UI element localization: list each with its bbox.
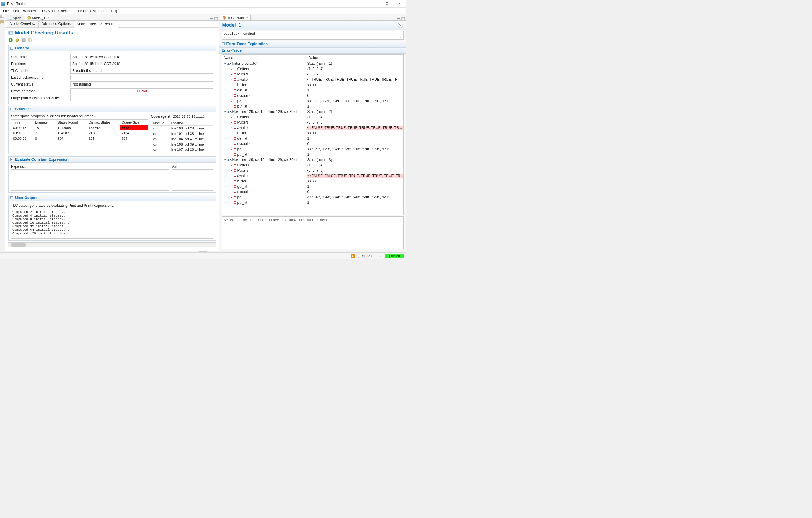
trace-var-row[interactable]: get_at1 — [222, 88, 403, 93]
trace-var-row[interactable]: ▸Putters{5, 6, 7, 8} — [222, 120, 403, 125]
help-icon[interactable]: ? — [398, 23, 403, 28]
close-button[interactable]: ✕ — [395, 1, 403, 7]
table-row[interactable]: xpline 104, col 41 to line — [151, 136, 213, 142]
trace-var-row[interactable]: get_at1 — [222, 136, 403, 141]
error-trace-table[interactable]: Name Value ▾<Initial predicate>State (nu… — [222, 54, 404, 215]
spec-explorer-icon[interactable] — [0, 20, 4, 24]
table-row[interactable]: 00:00:131819455981857428848 — [11, 125, 148, 130]
tab-tlc-errors[interactable]: ! TLC Errors ✕ — [220, 15, 251, 21]
chevron-right-icon[interactable]: ▸ — [230, 174, 233, 177]
section-statistics-header[interactable]: − Statistics — [9, 106, 216, 112]
table-row[interactable]: xpline 101, col 38 to line — [151, 131, 213, 136]
chevron-right-icon[interactable]: ▸ — [230, 164, 233, 167]
table-row[interactable]: 00:00:067134087215817134 — [11, 130, 148, 136]
minimize-view-icon[interactable] — [397, 17, 401, 21]
subtab-results[interactable]: Model Checking Results — [74, 21, 118, 28]
chevron-right-icon[interactable]: ▸ — [230, 67, 233, 71]
col-header[interactable]: States Found — [56, 120, 87, 125]
maximize-button[interactable]: ❐ — [383, 1, 390, 7]
section-evaluate-header[interactable]: − Evaluate Constant Expression — [9, 157, 216, 163]
collapse-icon[interactable]: − — [10, 196, 13, 199]
chevron-right-icon[interactable]: ▸ — [230, 78, 233, 81]
trace-var-row[interactable]: ▸pc<<"Get", "Get", "Get", "Get", "Put", … — [222, 146, 403, 152]
tab-xp-tla[interactable]: xp.tla — [6, 15, 24, 21]
maximize-view-icon[interactable] — [214, 17, 218, 21]
maximize-view-icon[interactable] — [401, 17, 405, 21]
trace-var-row[interactable]: ▸Putters{5, 6, 7, 8} — [222, 168, 403, 173]
trace-var-row[interactable]: buffer<< >> — [222, 130, 403, 136]
subtab-overview[interactable]: Model Overview — [6, 21, 38, 27]
col-header[interactable]: Location — [169, 120, 213, 126]
trace-var-row[interactable]: put_at1 — [222, 152, 403, 157]
table-row[interactable]: xpline 107, col 28 to line — [151, 147, 213, 153]
results-content[interactable]: Model Checking Results − General Start t… — [5, 28, 219, 251]
expression-input[interactable] — [11, 169, 170, 191]
col-header[interactable]: Diameter — [33, 120, 56, 125]
subtab-advanced[interactable]: Advanced Options — [38, 21, 74, 27]
state-space-table[interactable]: TimeDiameterStates FoundDistinct StatesQ… — [11, 119, 148, 146]
trace-var-row[interactable]: ▸Getters{1, 2, 3, 4} — [222, 162, 403, 168]
chevron-right-icon[interactable]: ▸ — [230, 121, 233, 124]
tab-model-1[interactable]: Model_1 ✕ — [25, 15, 52, 21]
error-message-box[interactable]: Deadlock reached. < > — [222, 31, 404, 39]
chevron-right-icon[interactable]: ▸ — [230, 169, 233, 172]
menu-help[interactable]: Help — [109, 8, 120, 13]
chevron-right-icon[interactable]: ▸ — [230, 100, 233, 103]
menu-window[interactable]: Window — [21, 8, 38, 13]
user-output-text[interactable]: Computed 2 initial states... Computed 4 … — [11, 209, 213, 239]
trace-var-row[interactable]: ▸awake<<TRUE, TRUE, TRUE, TRUE, TRUE, TR… — [222, 77, 403, 82]
trace-var-row[interactable]: ▸pc<<"Get", "Get", "Get", "Get", "Put", … — [222, 98, 403, 104]
trace-state-row[interactable]: ▾<Next line 129, col 10 to line 129, col… — [222, 157, 403, 162]
col-value[interactable]: Value — [308, 55, 403, 61]
coverage-table[interactable]: ModuleLocation xpline 100, col 28 to lin… — [151, 120, 213, 153]
value-preview-box[interactable]: Select line in Error Trace to show its v… — [222, 216, 404, 249]
trace-var-row[interactable]: get_at1 — [222, 184, 403, 189]
horizontal-scrollbar[interactable] — [8, 242, 216, 247]
restore-icon[interactable] — [0, 15, 4, 19]
menu-proof[interactable]: TLA Proof Manager — [74, 8, 108, 13]
col-name[interactable]: Name — [222, 55, 308, 61]
trace-var-row[interactable]: ▸awake<<FALSE, TRUE, TRUE, TRUE, TRUE, T… — [222, 125, 403, 130]
table-row[interactable]: xpline 100, col 28 to line — [151, 126, 213, 131]
chevron-right-icon[interactable]: ▸ — [230, 73, 233, 76]
trace-var-row[interactable]: buffer<< >> — [222, 82, 403, 88]
trace-var-row[interactable]: occupied0 — [222, 189, 403, 195]
menu-edit[interactable]: Edit — [11, 8, 21, 13]
menu-file[interactable]: File — [1, 8, 10, 13]
trace-var-row[interactable]: ▸pc<<"Get", "Get", "Get", "Get", "Put", … — [222, 195, 403, 200]
collapse-icon[interactable]: − — [10, 47, 13, 50]
errors-link[interactable]: 1 Error — [70, 88, 213, 94]
chevron-down-icon[interactable]: ▾ — [224, 110, 227, 113]
chevron-down-icon[interactable]: ▾ — [224, 62, 227, 65]
chevron-down-icon[interactable]: ▾ — [224, 158, 227, 161]
trace-var-row[interactable]: occupied0 — [222, 141, 403, 146]
copy-icon[interactable] — [28, 38, 33, 43]
close-icon[interactable]: ✕ — [246, 16, 248, 19]
collapse-icon[interactable]: − — [10, 108, 13, 110]
error-trace-exploration-header[interactable]: + Error-Trace Exploration — [219, 41, 406, 47]
trace-var-row[interactable]: ▸awake<<FALSE, FALSE, TRUE, TRUE, TRUE, … — [222, 173, 403, 179]
col-header[interactable]: Queue Size — [120, 120, 148, 125]
col-header[interactable]: Distinct States — [87, 120, 120, 125]
section-user-output-header[interactable]: − User Output — [9, 195, 216, 201]
trace-var-row[interactable]: ▸Putters{5, 6, 7, 8} — [222, 72, 403, 77]
trace-var-row[interactable]: buffer<< >> — [222, 179, 403, 184]
prev-error-icon[interactable]: < — [224, 36, 226, 39]
table-row[interactable]: 00:00:060254254254 — [11, 136, 148, 141]
minimize-button[interactable]: — — [370, 1, 378, 7]
chevron-right-icon[interactable]: ▸ — [230, 147, 233, 151]
trace-state-row[interactable]: ▾<Next line 129, col 10 to line 129, col… — [222, 109, 403, 114]
minimize-view-icon[interactable] — [210, 17, 214, 21]
next-error-icon[interactable]: > — [400, 36, 402, 39]
rss-icon[interactable]: ◖ — [351, 254, 355, 258]
chevron-right-icon[interactable]: ▸ — [230, 115, 233, 118]
col-header[interactable]: Time — [11, 120, 33, 125]
gear-yellow-icon[interactable] — [15, 38, 20, 43]
col-header[interactable]: Module — [151, 120, 169, 126]
trace-var-row[interactable]: put_at1 — [222, 200, 403, 205]
trace-var-row[interactable]: occupied0 — [222, 93, 403, 98]
chevron-right-icon[interactable]: ▸ — [230, 126, 233, 129]
section-general-header[interactable]: − General — [9, 45, 216, 51]
table-row[interactable]: xpline 106, col 39 to line — [151, 142, 213, 147]
chevron-right-icon[interactable]: ▸ — [230, 196, 233, 199]
